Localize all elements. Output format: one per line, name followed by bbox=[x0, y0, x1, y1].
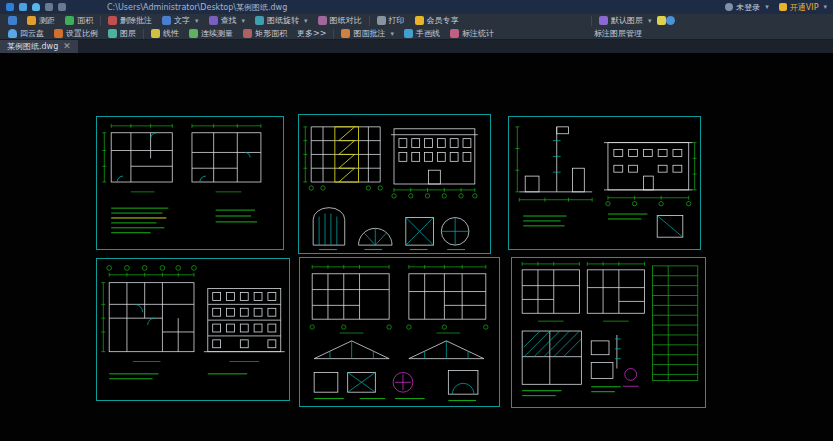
sheet-1-drawing bbox=[97, 117, 283, 249]
polyline-icon bbox=[189, 29, 198, 38]
linear-icon bbox=[151, 29, 160, 38]
printer-icon bbox=[377, 16, 386, 25]
ruler-icon bbox=[27, 16, 36, 25]
compare-drawing-button[interactable]: 图纸对比 bbox=[313, 14, 367, 27]
login-label: 未登录 bbox=[736, 2, 760, 13]
separator bbox=[591, 16, 592, 26]
area-icon bbox=[65, 16, 74, 25]
rotate-icon bbox=[255, 16, 264, 25]
crown-icon bbox=[779, 3, 787, 11]
layers-icon bbox=[108, 29, 117, 38]
vip-upgrade-button[interactable]: 开通VIP bbox=[779, 2, 827, 13]
annotation-icon bbox=[341, 29, 350, 38]
more-tools-button[interactable]: 更多>> bbox=[292, 27, 331, 40]
document-tab-bar: 某例图纸.dwg ✕ bbox=[0, 40, 833, 53]
tab-label: 某例图纸.dwg bbox=[7, 41, 58, 52]
separator bbox=[100, 16, 101, 26]
edit-layer-icon[interactable] bbox=[657, 16, 666, 25]
drawing-sheet-5 bbox=[299, 257, 500, 407]
scale-icon bbox=[54, 29, 63, 38]
rotate-drawing-button[interactable]: 图纸旋转 bbox=[250, 14, 313, 27]
set-scale-button[interactable]: 设置比例 bbox=[49, 27, 103, 40]
linear-measure-button[interactable]: 线性 bbox=[146, 27, 184, 40]
tab-drawing[interactable]: 某例图纸.dwg ✕ bbox=[0, 40, 78, 53]
app-menu-button[interactable] bbox=[3, 14, 22, 27]
grid-icon bbox=[8, 16, 17, 25]
login-button[interactable]: 未登录 bbox=[725, 2, 769, 13]
sheet-4-drawing bbox=[97, 259, 289, 400]
drawing-canvas[interactable] bbox=[0, 53, 833, 441]
cloud-drive-button[interactable]: 回云盘 bbox=[3, 27, 49, 40]
measure-distance-button[interactable]: 测距 bbox=[22, 14, 60, 27]
text-button[interactable]: 文字 bbox=[157, 14, 204, 27]
sheet-5-drawing bbox=[300, 258, 499, 406]
drawing-sheet-1 bbox=[96, 116, 284, 250]
layer-manage-button[interactable]: 标注图层管理 bbox=[589, 27, 647, 40]
rect-area-button[interactable]: 矩形面积 bbox=[238, 27, 292, 40]
annotation-stats-button[interactable]: 标注统计 bbox=[445, 27, 499, 40]
delete-annotation-button[interactable]: 删除批注 bbox=[103, 14, 157, 27]
crown-icon bbox=[415, 16, 424, 25]
vip-features-button[interactable]: 会员专享 bbox=[410, 14, 464, 27]
separator bbox=[369, 16, 370, 26]
redo-icon[interactable] bbox=[58, 3, 66, 11]
drawing-sheet-3 bbox=[508, 116, 701, 250]
title-bar: C:\Users\Administrator\Desktop\某例图纸.dwg … bbox=[0, 0, 833, 14]
vip-label: 开通VIP bbox=[790, 2, 819, 13]
freehand-line-button[interactable]: 手画线 bbox=[399, 27, 445, 40]
separator bbox=[143, 29, 144, 39]
drawing-sheet-2 bbox=[298, 114, 491, 254]
app-logo bbox=[6, 3, 14, 11]
continuous-measure-button[interactable]: 连续测量 bbox=[184, 27, 238, 40]
sheet-3-drawing bbox=[509, 117, 700, 249]
home-icon[interactable] bbox=[19, 3, 27, 11]
print-button[interactable]: 打印 bbox=[372, 14, 410, 27]
layers-button[interactable]: 图层 bbox=[103, 27, 141, 40]
ribbon-row-1: 测距 面积 删除批注 文字 查找 图纸旋转 图纸对比 打印 bbox=[0, 14, 833, 27]
layer-dropdown[interactable]: 默认图层 bbox=[594, 14, 657, 27]
ribbon-row-2: 回云盘 设置比例 图层 线性 连续测量 矩形面积 更多>> 图面批注 bbox=[0, 27, 833, 40]
layer-icon bbox=[599, 16, 608, 25]
rectangle-icon bbox=[243, 29, 252, 38]
annotation-button[interactable]: 图面批注 bbox=[336, 27, 399, 40]
sheet-6-drawing bbox=[512, 258, 705, 407]
layer-panel: 默认图层 标注图层管理 bbox=[586, 14, 675, 40]
find-button[interactable]: 查找 bbox=[204, 14, 251, 27]
layer-search-icon[interactable] bbox=[666, 16, 675, 25]
separator bbox=[333, 29, 334, 39]
cloud-icon bbox=[8, 29, 17, 38]
undo-icon[interactable] bbox=[45, 3, 53, 11]
file-path: C:\Users\Administrator\Desktop\某例图纸.dwg bbox=[107, 2, 287, 13]
eraser-icon bbox=[108, 16, 117, 25]
stats-icon bbox=[450, 29, 459, 38]
text-icon bbox=[162, 16, 171, 25]
sheet-2-drawing bbox=[299, 115, 490, 253]
compare-icon bbox=[318, 16, 327, 25]
ribbon-toolbar: 测距 面积 删除批注 文字 查找 图纸旋转 图纸对比 打印 bbox=[0, 14, 833, 40]
close-tab-icon[interactable]: ✕ bbox=[63, 42, 71, 51]
drawing-sheet-4 bbox=[96, 258, 290, 401]
cloud-icon[interactable] bbox=[32, 3, 40, 11]
measure-area-button[interactable]: 面积 bbox=[60, 14, 98, 27]
pen-icon bbox=[404, 29, 413, 38]
search-icon bbox=[209, 16, 218, 25]
drawing-sheet-6 bbox=[511, 257, 706, 408]
user-icon bbox=[725, 3, 733, 11]
